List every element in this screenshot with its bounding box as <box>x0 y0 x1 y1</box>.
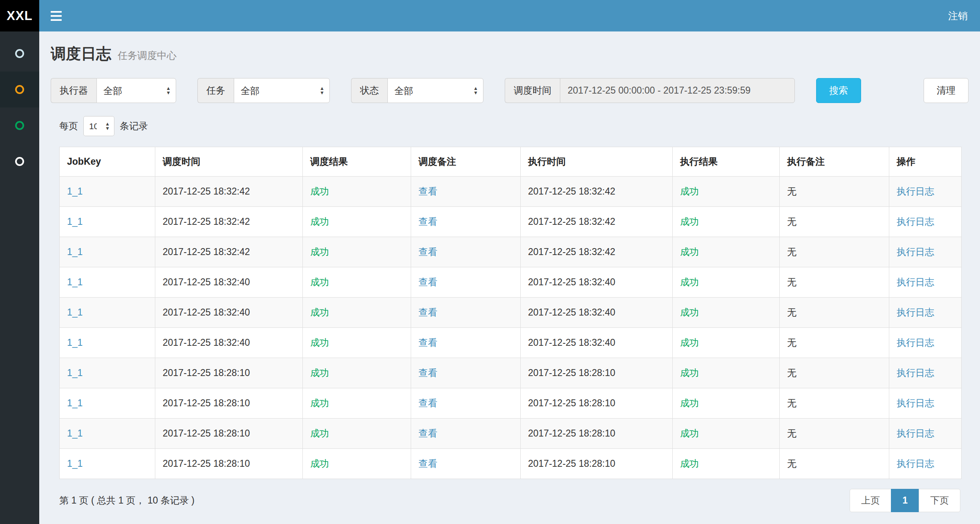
cell-handle_time: 2017-12-25 18:32:42 <box>521 237 673 267</box>
main-content: 调度日志 任务调度中心 执行器 全部 ▲▼ 任务 全部 ▲▼ 状态 <box>39 0 980 512</box>
view-link[interactable]: 查看 <box>418 277 437 287</box>
exec-log-link[interactable]: 执行日志 <box>897 277 934 287</box>
view-link[interactable]: 查看 <box>418 458 437 469</box>
header-action: 操作 <box>889 147 962 177</box>
exec-log-link[interactable]: 执行日志 <box>897 367 934 378</box>
exec-log-link[interactable]: 执行日志 <box>897 398 934 408</box>
cell-jobkey: 1_1 <box>60 207 155 237</box>
prev-page-button[interactable]: 上页 <box>850 489 891 512</box>
clear-button[interactable]: 清理 <box>924 78 969 103</box>
page-title: 调度日志 任务调度中心 <box>51 44 969 64</box>
executor-select[interactable]: 全部 <box>96 78 176 103</box>
table-row: 1_12017-12-25 18:32:40成功查看2017-12-25 18:… <box>60 328 962 358</box>
jobkey-link[interactable]: 1_1 <box>67 307 83 318</box>
view-link[interactable]: 查看 <box>418 398 437 408</box>
cell-jobkey: 1_1 <box>60 419 155 449</box>
cell-trigger_msg: 查看 <box>411 449 521 479</box>
jobkey-link[interactable]: 1_1 <box>67 246 83 257</box>
page-size-row: 每页 10 ▲▼ 条记录 <box>39 103 980 136</box>
cell-action: 执行日志 <box>889 177 962 207</box>
exec-log-link[interactable]: 执行日志 <box>897 246 934 257</box>
cell-handle_time: 2017-12-25 18:32:40 <box>521 328 673 358</box>
hamburger-icon <box>51 11 62 13</box>
jobkey-link[interactable]: 1_1 <box>67 398 83 408</box>
cell-trigger_result: 成功 <box>303 298 411 328</box>
pagination: 上页 1 下页 <box>850 489 960 512</box>
job-filter-label: 任务 <box>197 78 234 103</box>
trigger-result: 成功 <box>310 367 329 378</box>
handle-result: 成功 <box>680 367 699 378</box>
sidebar-menu-item[interactable] <box>0 107 39 143</box>
trigger-result: 成功 <box>310 307 329 318</box>
time-range-filter-group: 调度时间 <box>505 78 795 103</box>
jobkey-link[interactable]: 1_1 <box>67 367 83 378</box>
job-select[interactable]: 全部 <box>234 78 330 103</box>
sidebar-toggle-button[interactable] <box>39 0 73 31</box>
table-header-row: JobKey 调度时间 调度结果 调度备注 执行时间 执行结果 执行备注 操作 <box>60 147 962 177</box>
header-handle-time: 执行时间 <box>521 147 673 177</box>
exec-log-link[interactable]: 执行日志 <box>897 307 934 318</box>
brand-logo[interactable]: XXL <box>0 0 39 31</box>
jobkey-link[interactable]: 1_1 <box>67 337 83 348</box>
handle-result: 成功 <box>680 337 699 348</box>
view-link[interactable]: 查看 <box>418 307 437 318</box>
cell-action: 执行日志 <box>889 328 962 358</box>
cell-trigger_result: 成功 <box>303 388 411 419</box>
search-button[interactable]: 搜索 <box>816 78 861 103</box>
page-size-prefix: 每页 <box>59 120 78 132</box>
cell-handle_msg: 无 <box>780 298 889 328</box>
sidebar-menu-item[interactable] <box>0 36 39 72</box>
exec-log-link[interactable]: 执行日志 <box>897 458 934 469</box>
cell-trigger_time: 2017-12-25 18:28:10 <box>155 388 303 419</box>
jobkey-link[interactable]: 1_1 <box>67 428 83 439</box>
cell-action: 执行日志 <box>889 267 962 298</box>
page-size-select[interactable]: 10 <box>83 116 114 136</box>
cell-handle_result: 成功 <box>673 237 780 267</box>
logout-link[interactable]: 注销 <box>936 0 980 31</box>
trigger-result: 成功 <box>310 337 329 348</box>
handle-result: 成功 <box>680 216 699 227</box>
cell-jobkey: 1_1 <box>60 237 155 267</box>
view-link[interactable]: 查看 <box>418 216 437 227</box>
page-1-button[interactable]: 1 <box>891 489 919 512</box>
cell-trigger_time: 2017-12-25 18:32:42 <box>155 207 303 237</box>
cell-jobkey: 1_1 <box>60 358 155 388</box>
table-footer: 第 1 页 ( 总共 1 页， 10 条记录 ) 上页 1 下页 <box>39 479 980 512</box>
cell-trigger_msg: 查看 <box>411 177 521 207</box>
exec-log-link[interactable]: 执行日志 <box>897 337 934 348</box>
jobkey-link[interactable]: 1_1 <box>67 216 83 227</box>
next-page-button[interactable]: 下页 <box>919 489 960 512</box>
pagination-info: 第 1 页 ( 总共 1 页， 10 条记录 ) <box>59 494 195 507</box>
jobkey-link[interactable]: 1_1 <box>67 186 83 197</box>
exec-log-link[interactable]: 执行日志 <box>897 186 934 197</box>
cell-trigger_result: 成功 <box>303 267 411 298</box>
cell-trigger_msg: 查看 <box>411 267 521 298</box>
cell-trigger_result: 成功 <box>303 177 411 207</box>
cell-handle_time: 2017-12-25 18:28:10 <box>521 388 673 419</box>
header-trigger-msg: 调度备注 <box>411 147 521 177</box>
trigger-result: 成功 <box>310 458 329 469</box>
trigger-result: 成功 <box>310 277 329 287</box>
view-link[interactable]: 查看 <box>418 428 437 439</box>
view-link[interactable]: 查看 <box>418 337 437 348</box>
cell-handle_msg: 无 <box>780 267 889 298</box>
status-select[interactable]: 全部 <box>387 78 483 103</box>
view-link[interactable]: 查看 <box>418 186 437 197</box>
view-link[interactable]: 查看 <box>418 367 437 378</box>
jobkey-link[interactable]: 1_1 <box>67 458 83 469</box>
exec-log-link[interactable]: 执行日志 <box>897 216 934 227</box>
view-link[interactable]: 查看 <box>418 246 437 257</box>
cell-jobkey: 1_1 <box>60 388 155 419</box>
cell-trigger_result: 成功 <box>303 419 411 449</box>
trigger-result: 成功 <box>310 186 329 197</box>
circle-icon <box>15 85 24 94</box>
jobkey-link[interactable]: 1_1 <box>67 277 83 287</box>
sidebar-menu-item[interactable] <box>0 72 39 107</box>
time-range-input[interactable] <box>560 78 795 103</box>
cell-action: 执行日志 <box>889 358 962 388</box>
handle-result: 成功 <box>680 186 699 197</box>
cell-trigger_msg: 查看 <box>411 298 521 328</box>
exec-log-link[interactable]: 执行日志 <box>897 428 934 439</box>
status-filter-label: 状态 <box>351 78 387 103</box>
sidebar-menu-item[interactable] <box>0 143 39 179</box>
